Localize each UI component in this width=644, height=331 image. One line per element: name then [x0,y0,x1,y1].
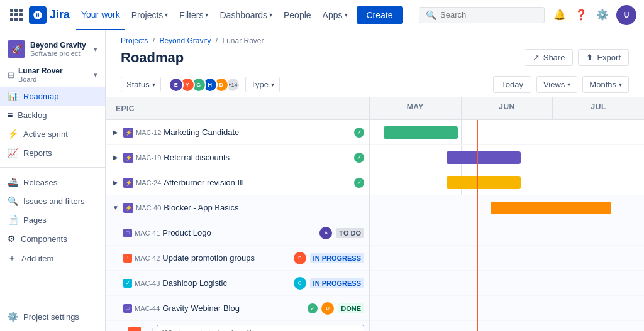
sidebar-item-roadmap[interactable]: 📊 Roadmap [0,87,105,106]
pages-icon: 📄 [8,215,18,225]
expand-mac24[interactable]: ▶ [111,178,121,188]
issues-icon: 🔍 [8,196,18,206]
months-button[interactable]: Months ▾ [582,76,629,93]
epic-icon-mac19: ⚡ [123,153,133,163]
gantt-left-header: Epic [106,97,369,120]
sidebar-item-pages[interactable]: 📄 Pages [0,210,105,229]
item-type-dropdown[interactable]: ▾ [145,328,153,331]
epic-name[interactable]: Afterburner revision III [164,178,354,187]
add-item-label: Add item [21,254,53,263]
apps-nav[interactable]: Apps ▾ [318,8,353,23]
table-row: ▶ ⚡ MAC-24 Afterburner revision III ✓ [106,170,369,195]
gantt-chart-area [370,120,644,331]
task-avatar-mac43: C [294,277,306,290]
sidebar-item-lunar-rover[interactable]: ⊟ Lunar Rover Board ▾ [0,63,105,87]
search-icon: 🔍 [426,10,436,20]
sidebar-item-releases[interactable]: 🚢 Releases [0,173,105,192]
sidebar-project[interactable]: 🚀 Beyond Gravity Software project ▾ [0,35,105,63]
board-label: Board [18,75,63,83]
sidebar-item-reports[interactable]: 📈 Reports [0,143,105,162]
bar-row-mac12 [370,120,644,145]
breadcrumb: Projects / Beyond Gravity / Lunar Rover [106,30,644,46]
breadcrumb-projects[interactable]: Projects [121,36,148,45]
search-box[interactable]: 🔍 [419,7,545,23]
month-jul: JUL [553,97,644,119]
gantt-bar-mac12[interactable] [384,126,458,139]
today-button[interactable]: Today [493,76,531,93]
story-name[interactable]: Product Logo [162,228,319,237]
people-nav[interactable]: People [279,8,316,23]
task-avatar-mac44: D [321,302,334,315]
sidebar-item-issues[interactable]: 🔍 Issues and filters [0,192,105,210]
today-line [477,120,478,331]
expand-mac19[interactable]: ▶ [111,153,121,163]
main-content: Projects / Beyond Gravity / Lunar Rover … [106,30,644,331]
help-icon[interactable]: ❓ [571,5,591,25]
expand-mac40[interactable]: ▼ [111,203,121,213]
status-filter[interactable]: Status ▾ [121,77,161,92]
story-name[interactable]: Update promotion groups [162,253,293,263]
sidebar-item-add-item[interactable]: ＋ Add item [0,248,105,268]
reports-icon: 📈 [8,148,18,158]
status-badge-mac44: DONE [338,303,364,313]
add-item-input[interactable] [157,325,364,331]
backlog-label: Backlog [18,111,47,120]
story-id: MAC-43 [135,279,160,287]
apps-grid-icon[interactable] [8,6,25,24]
views-button[interactable]: Views ▾ [536,76,577,93]
gantt-bar-mac24[interactable] [447,176,521,189]
story-name[interactable]: Gravity Webinar Blog [162,303,308,313]
epic-id: MAC-40 [136,204,161,212]
avatar-1[interactable]: E [169,77,184,92]
status-badge-mac41: TO DO [336,228,364,238]
notifications-icon[interactable]: 🔔 [550,5,570,25]
status-chevron-icon: ▾ [152,81,155,88]
epic-icon-mac12: ⚡ [123,128,133,138]
your-work-nav[interactable]: Your work [76,0,125,30]
expand-mac12[interactable]: ▶ [111,128,121,138]
epic-icon-mac40: ⚡ [123,203,133,213]
active-sprint-label: Active sprint [23,129,68,139]
settings-icon[interactable]: ⚙️ [592,5,613,25]
releases-label: Releases [23,178,57,187]
bar-row-mac19 [370,145,644,170]
gantt-container: Epic ▶ ⚡ MAC-12 Marketing Candidate ✓ ▶ … [106,97,644,331]
bar-row-mac24 [370,170,644,195]
epic-name[interactable]: Blocker - App Basics [164,203,364,212]
create-button[interactable]: Create [357,6,403,24]
sidebar-item-backlog[interactable]: ≡ Backlog [0,106,105,124]
sidebar-item-components[interactable]: ⚙ Components [0,229,105,248]
gantt-bar-mac19[interactable] [447,151,521,164]
pages-label: Pages [23,215,47,225]
roadmap-icon: 📊 [8,91,18,101]
months-chevron-icon: ▾ [619,81,622,88]
type-filter[interactable]: Type ▾ [245,77,280,92]
story-id: MAC-44 [135,305,160,312]
sidebar-item-active-sprint[interactable]: ⚡ Active sprint [0,124,105,143]
topnav: Jira Your work Projects ▾ Filters ▾ Dash… [0,0,644,30]
share-icon: ↗ [533,53,540,62]
projects-nav[interactable]: Projects ▾ [126,8,174,23]
share-button[interactable]: ↗ Share [525,49,574,66]
roadmap-label: Roadmap [23,92,58,101]
table-row: ! MAC-42 Update promotion groups B IN PR… [106,246,369,271]
epic-name[interactable]: Marketing Candidate [164,128,354,137]
search-input[interactable] [440,10,522,19]
filters-nav[interactable]: Filters ▾ [174,8,213,23]
story-name[interactable]: Dashloop Logistic [162,278,293,288]
dashboards-nav[interactable]: Dashboards ▾ [214,8,277,23]
sidebar-item-project-settings[interactable]: ⚙️ Project settings [0,307,105,326]
page-title: Roadmap [121,50,184,66]
issues-label: Issues and filters [23,197,85,206]
gantt-bar-mac40[interactable] [491,202,611,214]
breadcrumb-beyond-gravity[interactable]: Beyond Gravity [159,36,211,45]
jira-logo[interactable]: Jira [29,6,70,24]
epic-name[interactable]: Referral discounts [164,153,354,162]
epic-id: MAC-12 [136,129,161,136]
done-check-mac44: ✓ [308,303,318,313]
bar-row-mac40 [370,195,644,220]
add-item-row: ! ▾ [106,321,369,331]
table-row: ▶ ⚡ MAC-19 Referral discounts ✓ [106,145,369,170]
export-button[interactable]: ⬆ Export [578,49,629,66]
user-avatar[interactable]: U [616,5,636,25]
